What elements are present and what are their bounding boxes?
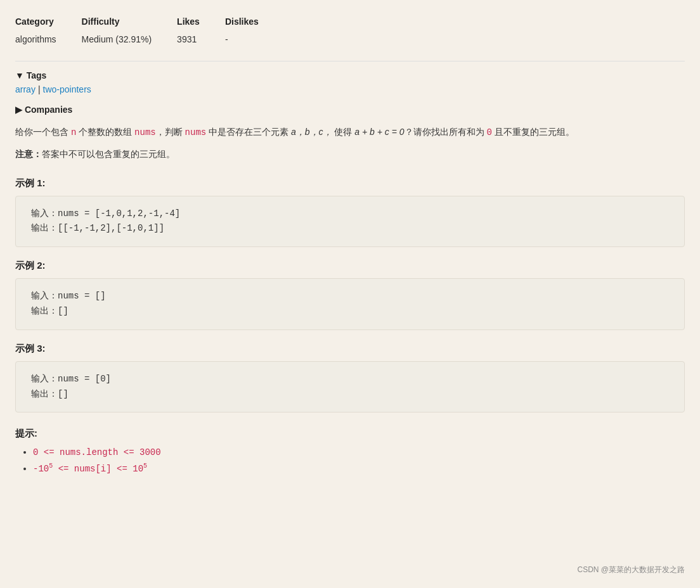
highlight-equation: a + b + c = 0 (354, 127, 404, 137)
example-1-block: 输入：nums = [-1,0,1,2,-1,-4] 输出：[[-1,-1,2]… (15, 196, 685, 248)
footer: CSDN @菜菜的大数据开发之路 (577, 565, 685, 575)
table-row: algorithms Medium (32.91%) 3931 - (15, 30, 284, 48)
hint-item-2: -105 <= nums[i] <= 105 (33, 463, 685, 474)
col-header-category: Category (15, 13, 82, 30)
hints-section: 提示: 0 <= nums.length <= 3000 -105 <= num… (15, 428, 685, 474)
cell-dislikes: - (225, 30, 284, 48)
tag-separator: | (38, 84, 41, 94)
example-2-title: 示例 2: (15, 260, 685, 272)
hints-list: 0 <= nums.length <= 3000 -105 <= nums[i]… (15, 447, 685, 474)
col-header-difficulty: Difficulty (82, 13, 178, 30)
example-3-input: 输入：nums = [0] (31, 372, 669, 387)
example-2-input: 输入：nums = [] (31, 289, 669, 304)
highlight-n: n (71, 127, 76, 137)
tag-two-pointers[interactable]: two-pointers (43, 84, 91, 94)
cell-difficulty: Medium (32.91%) (82, 30, 178, 48)
problem-description: 给你一个包含 n 个整数的数组 nums，判断 nums 中是否存在三个元素 a… (15, 125, 685, 141)
companies-section: ▶ Companies (15, 105, 685, 115)
hint-text-1: 0 <= nums.length <= 3000 (33, 447, 161, 457)
example-3-output: 输出：[] (31, 387, 669, 402)
example-3-title: 示例 3: (15, 343, 685, 355)
note-prefix: 注意： (15, 149, 42, 159)
cell-category: algorithms (15, 30, 82, 48)
example-3-block: 输入：nums = [0] 输出：[] (15, 361, 685, 413)
hint-text-2: -105 <= nums[i] <= 105 (33, 464, 147, 474)
example-1-title: 示例 1: (15, 177, 685, 189)
tags-section: ▼ Tags array|two-pointers (15, 70, 685, 94)
problem-note: 注意：答案中不可以包含重复的三元组。 (15, 147, 685, 162)
tags-header: ▼ Tags (15, 70, 685, 80)
example-1-input: 输入：nums = [-1,0,1,2,-1,-4] (31, 207, 669, 222)
cell-likes: 3931 (177, 30, 225, 48)
divider-1 (15, 61, 685, 61)
example-2-output: 输出：[] (31, 304, 669, 319)
info-table: Category Difficulty Likes Dislikes algor… (15, 13, 685, 48)
highlight-zero: 0 (486, 127, 491, 137)
example-2-block: 输入：nums = [] 输出：[] (15, 278, 685, 330)
highlight-abc: a，b，c， (291, 127, 332, 137)
hint-item-1: 0 <= nums.length <= 3000 (33, 447, 685, 457)
companies-header: ▶ Companies (15, 105, 685, 115)
example-1-output: 输出：[[-1,-1,2],[-1,0,1]] (31, 221, 669, 236)
col-header-likes: Likes (177, 13, 225, 30)
tags-list: array|two-pointers (15, 84, 685, 94)
highlight-nums1: nums (134, 127, 156, 137)
hints-title: 提示: (15, 428, 685, 440)
col-header-dislikes: Dislikes (225, 13, 284, 30)
highlight-nums2: nums (185, 127, 207, 137)
tag-array[interactable]: array (15, 84, 36, 94)
